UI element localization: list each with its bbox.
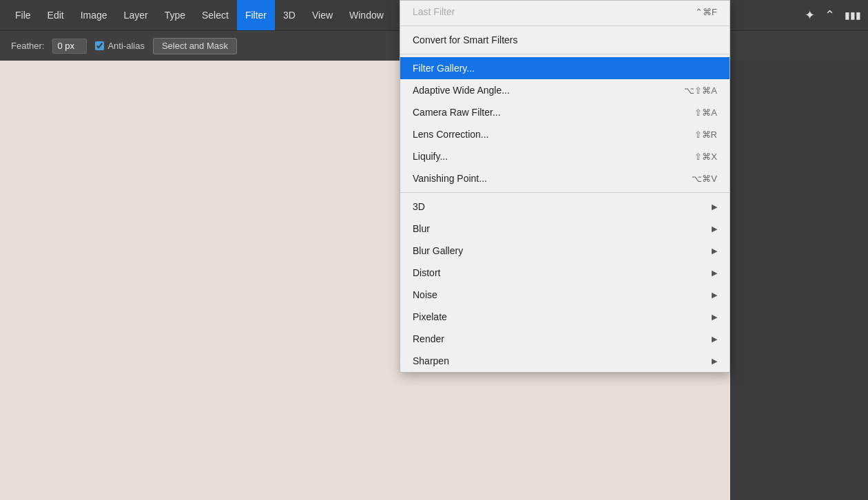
- menu-view[interactable]: View: [304, 0, 341, 30]
- bluetooth-icon: ✦: [805, 8, 815, 23]
- canvas-area: [0, 61, 400, 500]
- anti-alias-checkbox-container[interactable]: Anti-alias: [95, 41, 144, 51]
- right-panel: [730, 61, 868, 500]
- menu-filter[interactable]: Filter: [237, 0, 275, 30]
- menu-item-render-label: Render: [413, 333, 444, 344]
- menu-item-last-filter-shortcut: ⌃⌘F: [695, 7, 717, 17]
- wifi-icon: ⌃: [825, 8, 835, 23]
- menu-item-blur[interactable]: Blur ▶: [400, 218, 730, 240]
- submenu-arrow-blur: ▶: [712, 225, 717, 233]
- submenu-arrow-3d: ▶: [712, 202, 717, 211]
- submenu-arrow-distort: ▶: [712, 269, 717, 278]
- menu-file[interactable]: File: [7, 0, 39, 30]
- menu-item-blur-gallery[interactable]: Blur Gallery ▶: [400, 240, 730, 262]
- menu-item-filter-gallery[interactable]: Filter Gallery...: [400, 57, 730, 79]
- menu-item-liquify-shortcut: ⇧⌘X: [694, 152, 717, 162]
- menu-item-vanishing-point-shortcut: ⌥⌘V: [692, 174, 717, 184]
- separator-3: [400, 192, 730, 193]
- menu-item-liquify[interactable]: Liquify... ⇧⌘X: [400, 145, 730, 167]
- menu-item-camera-raw-filter-shortcut: ⇧⌘A: [694, 107, 717, 118]
- menubar-system-icons: ✦ ⌃ ▮▮▮: [805, 8, 861, 23]
- menu-item-blur-label: Blur: [413, 223, 430, 234]
- menu-item-noise[interactable]: Noise ▶: [400, 284, 730, 306]
- menu-item-camera-raw-filter[interactable]: Camera Raw Filter... ⇧⌘A: [400, 101, 730, 123]
- menu-item-blur-gallery-label: Blur Gallery: [413, 245, 463, 256]
- submenu-arrow-pixelate: ▶: [712, 313, 717, 322]
- menu-item-pixelate-label: Pixelate: [413, 311, 447, 322]
- menu-item-vanishing-point-label: Vanishing Point...: [413, 173, 487, 184]
- menu-item-liquify-label: Liquify...: [413, 151, 448, 162]
- menu-3d[interactable]: 3D: [275, 0, 304, 30]
- menu-item-lens-correction[interactable]: Lens Correction... ⇧⌘R: [400, 123, 730, 145]
- menu-edit[interactable]: Edit: [39, 0, 72, 30]
- menu-item-distort[interactable]: Distort ▶: [400, 262, 730, 284]
- separator-1: [400, 25, 730, 26]
- menu-item-adaptive-wide-angle-shortcut: ⌥⇧⌘A: [684, 85, 717, 96]
- menu-window[interactable]: Window: [341, 0, 392, 30]
- feather-label: Feather:: [11, 41, 44, 51]
- separator-2: [400, 54, 730, 54]
- menu-select[interactable]: Select: [194, 0, 237, 30]
- menu-item-sharpen-label: Sharpen: [413, 355, 449, 366]
- menu-item-lens-correction-label: Lens Correction...: [413, 129, 489, 140]
- menu-item-lens-correction-shortcut: ⇧⌘R: [694, 129, 717, 140]
- filter-dropdown-menu: Last Filter ⌃⌘F Convert for Smart Filter…: [400, 0, 730, 373]
- feather-input[interactable]: [52, 39, 87, 54]
- menu-item-adaptive-wide-angle[interactable]: Adaptive Wide Angle... ⌥⇧⌘A: [400, 79, 730, 101]
- submenu-arrow-render: ▶: [712, 335, 717, 344]
- menu-type[interactable]: Type: [156, 0, 194, 30]
- menu-item-last-filter[interactable]: Last Filter ⌃⌘F: [400, 1, 730, 23]
- menu-item-last-filter-label: Last Filter: [413, 6, 455, 17]
- battery-icon: ▮▮▮: [845, 10, 861, 21]
- menu-layer[interactable]: Layer: [116, 0, 156, 30]
- menu-item-render[interactable]: Render ▶: [400, 328, 730, 350]
- select-and-mask-button[interactable]: Select and Mask: [153, 38, 237, 54]
- menu-item-noise-label: Noise: [413, 289, 437, 300]
- menu-image[interactable]: Image: [72, 0, 116, 30]
- menu-item-distort-label: Distort: [413, 267, 440, 278]
- submenu-arrow-noise: ▶: [712, 291, 717, 300]
- menu-item-3d-label: 3D: [413, 201, 425, 212]
- anti-alias-label: Anti-alias: [107, 41, 144, 51]
- menu-item-pixelate[interactable]: Pixelate ▶: [400, 306, 730, 328]
- submenu-arrow-blur-gallery: ▶: [712, 247, 717, 256]
- menu-item-sharpen[interactable]: Sharpen ▶: [400, 350, 730, 372]
- menu-item-3d[interactable]: 3D ▶: [400, 196, 730, 218]
- menu-item-convert-smart-filters[interactable]: Convert for Smart Filters: [400, 29, 730, 51]
- submenu-arrow-sharpen: ▶: [712, 357, 717, 366]
- menu-item-filter-gallery-label: Filter Gallery...: [413, 63, 475, 74]
- menu-item-camera-raw-filter-label: Camera Raw Filter...: [413, 107, 501, 118]
- menu-item-vanishing-point[interactable]: Vanishing Point... ⌥⌘V: [400, 167, 730, 189]
- menu-item-adaptive-wide-angle-label: Adaptive Wide Angle...: [413, 85, 510, 96]
- menu-item-convert-smart-filters-label: Convert for Smart Filters: [413, 34, 517, 45]
- anti-alias-checkbox[interactable]: [95, 41, 104, 50]
